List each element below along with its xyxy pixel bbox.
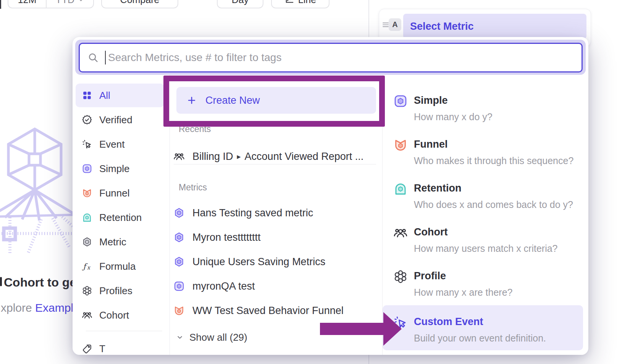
profiles-icon — [82, 285, 92, 296]
chevron-down-icon — [176, 333, 184, 341]
metric-type-funnel[interactable]: Funnel Who makes it through this sequenc… — [385, 138, 583, 168]
metric-list-item[interactable]: Myron testttttttt — [173, 226, 380, 248]
sidebar-item-partial[interactable]: T — [76, 337, 164, 355]
metric-icon — [82, 237, 92, 247]
simple-icon — [82, 163, 92, 174]
search-icon — [87, 52, 99, 63]
cropped-letter-fragment — [0, 277, 2, 286]
range-ytd-button[interactable]: YTD — [47, 0, 93, 8]
metric-search-bar[interactable] — [79, 43, 583, 72]
simple-icon — [173, 280, 185, 292]
event-icon — [82, 139, 92, 150]
metric-purple-icon — [173, 207, 185, 219]
metric-list-item[interactable]: myronQA test — [173, 275, 380, 297]
sidebar-item-formula[interactable]: ƒxFormula — [76, 254, 164, 278]
cropped-edge-element — [0, 0, 1, 9]
metric-type-custom-event[interactable]: Custom Event Build your own event defini… — [385, 315, 583, 346]
line-chart-type-button[interactable]: Line — [271, 0, 329, 8]
date-range-control[interactable]: 12M YTD — [8, 0, 94, 8]
sidebar-item-verified[interactable]: Verified — [76, 108, 164, 132]
sidebar-item-metric[interactable]: Metric — [76, 230, 164, 254]
middle-divider — [174, 164, 376, 164]
sidebar-item-funnel[interactable]: Funnel — [76, 181, 164, 205]
chevron-down-icon — [78, 0, 84, 3]
metric-type-simple[interactable]: Simple How many x do y? — [385, 94, 583, 124]
metric-purple-icon — [173, 256, 185, 267]
retention-icon — [82, 212, 92, 223]
sidebar-item-all[interactable]: All — [76, 84, 164, 107]
sidebar-item-simple[interactable]: Simple — [76, 157, 164, 180]
tag-icon — [82, 343, 92, 354]
metrics-section-label: Metrics — [179, 182, 207, 193]
breadcrumb-arrow: ▸ — [237, 152, 241, 161]
sidebar-divider — [86, 331, 162, 331]
funnel-icon — [173, 305, 185, 316]
annotation-rectangle — [163, 76, 385, 127]
screen: 12M YTD Compare Day Line A Select Metric… — [0, 0, 617, 364]
day-granularity-button[interactable]: Day — [217, 0, 263, 8]
metric-list-item[interactable]: Hans Testing saved metric — [173, 202, 380, 224]
select-metric-button[interactable]: Select Metric — [403, 14, 586, 39]
svg-text:x: x — [87, 264, 91, 271]
metric-type-retention[interactable]: Retention Who does x and comes back to d… — [385, 182, 583, 212]
compare-button[interactable]: Compare — [101, 0, 178, 8]
empty-state-headline: Cohort to ge — [4, 275, 76, 290]
search-input[interactable] — [107, 51, 581, 64]
funnel-icon — [82, 188, 92, 198]
show-all-toggle[interactable]: Show all (29) — [176, 327, 247, 348]
metric-type-profile[interactable]: Profile How many x are there? — [385, 269, 583, 300]
range-12m-button[interactable]: 12M — [8, 0, 46, 8]
cohort-icon — [82, 310, 92, 321]
empty-state-wireframe-illustration — [0, 122, 76, 256]
text-caret — [105, 51, 106, 64]
profiles-icon — [393, 269, 408, 284]
sidebar-item-profiles[interactable]: Profiles — [76, 279, 164, 303]
metric-type-cohort[interactable]: Cohort How many users match x criteria? — [385, 225, 583, 256]
verified-icon — [82, 114, 92, 125]
funnel-icon — [393, 138, 408, 152]
cohort-icon — [173, 151, 185, 162]
sidebar-item-event[interactable]: Event — [76, 132, 164, 156]
sidebar-item-retention[interactable]: Retention — [76, 206, 164, 229]
metric-purple-icon — [173, 232, 185, 243]
cohort-icon — [393, 225, 408, 240]
retention-icon — [393, 182, 408, 196]
metric-list-item[interactable]: Unique Users Saving Metrics — [173, 251, 380, 273]
simple-icon — [393, 94, 408, 108]
series-a-badge: A — [389, 18, 401, 31]
grid-icon — [82, 90, 92, 101]
line-chart-icon — [284, 0, 294, 5]
annotation-arrow — [317, 309, 405, 349]
formula-icon: ƒx — [82, 261, 92, 272]
sidebar-item-cohort[interactable]: Cohort — [76, 303, 164, 327]
